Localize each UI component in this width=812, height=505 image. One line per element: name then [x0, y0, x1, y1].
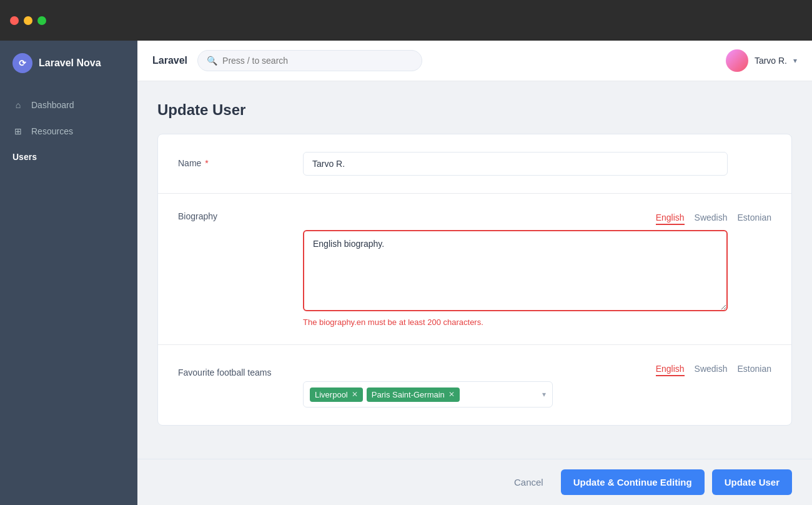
biography-field: English Swedish Estonian English biograp…: [303, 211, 771, 327]
minimize-button[interactable]: [24, 16, 32, 25]
biography-textarea[interactable]: English biography.: [303, 230, 728, 311]
football-lang-tabs: English Swedish Estonian: [303, 362, 771, 376]
football-label: Favourite football teams: [178, 362, 303, 378]
football-tab-english[interactable]: English: [656, 362, 685, 376]
maximize-button[interactable]: [37, 16, 46, 25]
sidebar-app-name: Laravel Nova: [39, 58, 101, 69]
form-footer: Cancel Update & Continue Editing Update …: [137, 459, 812, 505]
avatar: [726, 49, 748, 72]
form-row-name: Name *: [158, 134, 791, 194]
biography-tab-english[interactable]: English: [656, 211, 685, 225]
tag-psg-label: Paris Saint-Germain: [372, 390, 445, 399]
football-field: English Swedish Estonian Liverpool ✕: [303, 362, 771, 408]
update-continue-button[interactable]: Update & Continue Editing: [561, 469, 705, 495]
grid-icon: ⊞: [12, 126, 24, 137]
home-icon: ⌂: [12, 99, 24, 111]
content-area: Laravel 🔍 Tarvo R. ▾ Update User Name: [137, 41, 812, 505]
close-button[interactable]: [10, 16, 19, 25]
football-tab-estonian[interactable]: Estonian: [738, 362, 771, 376]
user-name: Tarvo R.: [755, 56, 787, 66]
sidebar: ⟳ Laravel Nova ⌂ Dashboard ⊞ Resources U…: [0, 41, 137, 505]
search-icon: 🔍: [207, 56, 217, 66]
biography-tab-swedish[interactable]: Swedish: [695, 211, 728, 225]
search-input[interactable]: [222, 56, 413, 66]
sidebar-item-label: Users: [12, 152, 37, 162]
update-user-button[interactable]: Update User: [712, 469, 792, 495]
biography-label: Biography: [178, 211, 303, 221]
sidebar-item-dashboard[interactable]: ⌂ Dashboard: [0, 92, 137, 118]
page-title: Update User: [157, 101, 792, 119]
football-tab-swedish[interactable]: Swedish: [695, 362, 728, 376]
name-input[interactable]: [303, 152, 728, 176]
form-card: Name * Biography English Swedis: [157, 134, 792, 426]
sidebar-item-label: Resources: [31, 126, 73, 136]
tag-psg[interactable]: Paris Saint-Germain ✕: [367, 388, 460, 402]
tag-liverpool-label: Liverpool: [315, 390, 348, 399]
sidebar-logo: ⟳ Laravel Nova: [0, 41, 137, 86]
sidebar-item-label: Dashboard: [31, 100, 74, 110]
tags-chevron-icon: ▾: [542, 390, 546, 399]
chevron-down-icon: ▾: [793, 56, 797, 65]
tag-psg-remove[interactable]: ✕: [448, 390, 455, 399]
sidebar-item-users[interactable]: Users: [0, 144, 137, 169]
football-tags-input[interactable]: Liverpool ✕ Paris Saint-Germain ✕ ▾: [303, 381, 553, 408]
logo-icon: ⟳: [12, 53, 32, 73]
name-field: [303, 152, 771, 176]
sidebar-item-resources[interactable]: ⊞ Resources: [0, 118, 137, 144]
biography-error: The biography.en must be at least 200 ch…: [303, 318, 771, 327]
required-indicator: *: [205, 158, 208, 168]
traffic-lights: [10, 16, 46, 25]
biography-tab-estonian[interactable]: Estonian: [738, 211, 771, 225]
app-layout: ⟳ Laravel Nova ⌂ Dashboard ⊞ Resources U…: [0, 41, 812, 505]
biography-lang-tabs: English Swedish Estonian: [303, 211, 771, 225]
main-content: Update User Name * Biography: [137, 81, 812, 459]
header: Laravel 🔍 Tarvo R. ▾: [137, 41, 812, 81]
header-brand: Laravel: [152, 55, 187, 66]
name-label: Name *: [178, 152, 303, 168]
tag-liverpool-remove[interactable]: ✕: [352, 390, 358, 399]
title-bar: [0, 0, 812, 41]
form-row-biography: Biography English Swedish Estonian Engli…: [158, 194, 791, 345]
cancel-button[interactable]: Cancel: [504, 471, 553, 494]
search-bar[interactable]: 🔍: [197, 50, 422, 71]
sidebar-nav: ⌂ Dashboard ⊞ Resources Users: [0, 86, 137, 176]
form-row-football: Favourite football teams English Swedish…: [158, 345, 791, 425]
user-menu[interactable]: Tarvo R. ▾: [726, 49, 797, 72]
tag-liverpool[interactable]: Liverpool ✕: [310, 388, 363, 402]
